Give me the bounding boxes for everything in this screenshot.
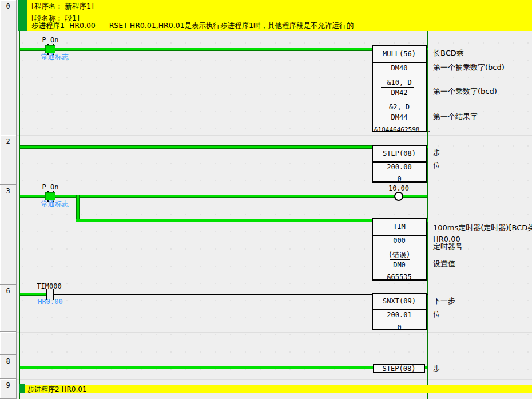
result-current-value: &18446462598... [374, 126, 426, 133]
rung3-branch-wire [76, 195, 80, 222]
output-coil[interactable] [394, 192, 403, 201]
rung-number-cell[interactable] [0, 332, 17, 355]
operand[interactable]: DM0 [373, 261, 426, 269]
contact-comment: 常通标志 [35, 52, 75, 62]
operand-comment: 第一个乘数字(bcd) [433, 86, 497, 97]
step-start-marker [19, 384, 25, 393]
ladder-editor: 0 2 3 6 8 9 [程序名 : 新程序1] [段名称 : 段1] 步进程序… [0, 0, 532, 399]
instruction-mnemonic: MULL(56) [373, 46, 426, 63]
contact-comment: HR0.00 [36, 298, 65, 306]
operand-comment: 第一个被乘数字(bcd) [433, 62, 505, 73]
rung-number-cell[interactable]: 3 [0, 185, 17, 285]
contact-label: TIM000 [34, 282, 64, 290]
value-underline [390, 112, 410, 112]
rung2-wire [20, 145, 372, 149]
operand-current-value: &65535 [373, 273, 426, 281]
row-separator [17, 135, 532, 136]
row-separator [17, 185, 532, 185]
rung-number-cell[interactable]: 8 [0, 355, 17, 379]
contact-comment: 常通标志 [35, 199, 75, 209]
mull-instruction-block[interactable]: MULL(56) DM40 &10, D DM42 &2, D DM44 &18… [372, 45, 427, 132]
left-power-rail [19, 31, 20, 399]
rung6-wire-energized [20, 293, 46, 296]
section-comment-label: 步进程序1 HR0.00 RSET HR0.01,HR0.01是表示执行步进程序… [31, 21, 354, 31]
rung-number-cell[interactable]: 9 [0, 379, 17, 399]
operand-current-value: 0 [373, 323, 426, 331]
row-separator [17, 332, 532, 333]
row-separator [17, 355, 532, 355]
contact-label: P_On [38, 183, 63, 191]
operand[interactable]: DM40 [373, 64, 426, 72]
operand[interactable]: 000 [373, 236, 426, 244]
section-start-marker [18, 0, 27, 31]
instruction-mnemonic: SNXT(09) [373, 294, 426, 310]
step-program-banner[interactable] [19, 385, 532, 393]
row-separator [17, 379, 532, 380]
operand[interactable]: 200.00 [373, 163, 426, 171]
program-name-label: [程序名 : 新程序1] [31, 2, 94, 11]
operand[interactable]: 200.01 [373, 311, 426, 319]
step-instruction-block[interactable]: STEP(08) [373, 364, 425, 373]
right-power-rail [427, 31, 428, 399]
instruction-comment: 步 [433, 364, 440, 374]
rung-number-cell[interactable]: 2 [0, 135, 17, 185]
operand-current-value: 0 [373, 175, 426, 183]
rung-number-cell[interactable]: 0 [0, 0, 17, 135]
rung-number-cell[interactable]: 6 [0, 285, 17, 332]
rung0-wire [20, 48, 372, 51]
instruction-comment: 步 [433, 148, 440, 158]
rung6-wire [54, 294, 372, 295]
rung3-wire [20, 195, 427, 198]
operand[interactable]: DM42 [373, 89, 426, 97]
operand-comment: 设置值 [433, 259, 455, 269]
coil-label: 10.00 [383, 184, 415, 192]
snxt-instruction-block[interactable]: SNXT(09) 200.01 0 [372, 293, 427, 330]
instruction-comment: 长BCD乘 [433, 48, 464, 58]
operand-current-value: &2, D [373, 103, 426, 111]
contact-label: P_On [38, 36, 63, 44]
value-underline [390, 259, 410, 260]
instruction-comment: 下一步 [433, 296, 455, 306]
step-instruction-block[interactable]: STEP(08) 200.00 0 [372, 145, 427, 183]
operand-comment: 第一个结果字 [433, 112, 478, 122]
operand-comment: 位 [433, 160, 440, 171]
tim-instruction-block[interactable]: TIM 000 (错误) DM0 &65535 [372, 218, 427, 281]
rung8-wire [20, 366, 427, 369]
instruction-mnemonic: STEP(08) [373, 146, 426, 163]
operand-current-value: &10, D [373, 78, 426, 86]
value-underline [381, 87, 414, 88]
operand-current-value: (错误) [373, 250, 426, 260]
operand-comment: 定时器号 [433, 242, 463, 252]
instruction-mnemonic: STEP(08) [374, 365, 424, 373]
instruction-mnemonic: TIM [373, 219, 426, 236]
operand-comment: 位 [433, 309, 440, 319]
instruction-comment: 100ms定时器(定时器)[BCD类型] [433, 223, 532, 233]
rung3-branch-wire [76, 219, 372, 222]
step-program-label: 步进程序2 HR0.01 [27, 385, 87, 394]
row-separator [17, 285, 532, 285]
operand[interactable]: DM44 [373, 113, 426, 121]
